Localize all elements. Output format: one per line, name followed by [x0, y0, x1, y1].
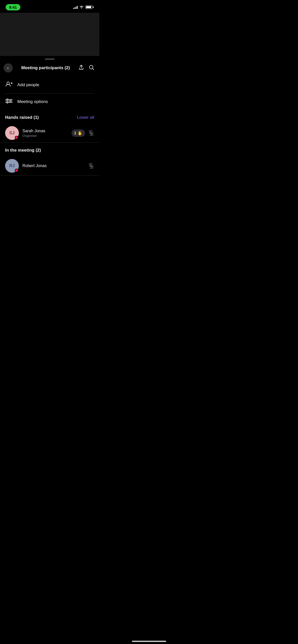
raise-hand-badge[interactable]: 1 ✋ [72, 129, 85, 137]
page-title: Meeting participants (2) [13, 65, 78, 70]
participant-info-robert-jonas: Robert Jonas [22, 164, 88, 168]
video-area [0, 13, 99, 56]
hands-raised-title: Hands raised (1) [5, 115, 39, 120]
signal-bars-icon [73, 5, 78, 9]
participant-actions-sarah-jonas: 1 ✋ [72, 129, 94, 137]
back-button[interactable]: ‹ [4, 63, 13, 72]
online-dot-rj [15, 169, 18, 172]
mute-icon-robert-jonas[interactable] [88, 163, 94, 169]
menu-section: Add people Meeting options [0, 77, 99, 110]
meeting-options-label: Meeting options [17, 99, 48, 104]
participant-info-sarah-jonas: Sarah Jonas Organiser [22, 129, 72, 138]
handle-bar [45, 58, 55, 60]
share-button[interactable] [78, 65, 84, 71]
back-chevron-icon: ‹ [7, 65, 9, 71]
hand-count: 1 [74, 131, 76, 135]
avatar-sarah-jonas: SJ [5, 126, 19, 140]
add-people-item[interactable]: Add people [5, 77, 94, 94]
svg-point-8 [7, 99, 8, 100]
in-meeting-title: In the meeting (2) [5, 148, 41, 153]
in-meeting-section-header: In the meeting (2) [0, 143, 99, 156]
participant-row-robert-jonas[interactable]: RJ Robert Jonas [0, 156, 99, 175]
svg-point-9 [10, 100, 11, 102]
mute-icon-sarah-jonas[interactable] [88, 130, 94, 136]
meeting-options-icon [5, 98, 13, 105]
status-time: 9:41 [6, 4, 20, 10]
avatar-robert-jonas: RJ [5, 159, 19, 173]
lower-all-button[interactable]: Lower all [77, 115, 94, 120]
svg-line-1 [93, 68, 94, 70]
header: ‹ Meeting participants (2) [0, 61, 99, 77]
participant-row-sarah-jonas[interactable]: SJ Sarah Jonas Organiser 1 ✋ [0, 124, 99, 143]
raised-hand-icon: ✋ [77, 131, 83, 136]
hands-raised-section-header: Hands raised (1) Lower all [0, 110, 99, 124]
add-people-icon [5, 81, 13, 89]
participant-name-robert-jonas: Robert Jonas [22, 164, 88, 168]
avatar-initials-rj: RJ [9, 163, 15, 168]
add-people-label: Add people [17, 82, 39, 87]
online-dot-sj [15, 136, 18, 139]
participant-role-sarah-jonas: Organiser [22, 134, 72, 138]
status-icons [73, 5, 94, 9]
avatar-initials-sj: SJ [9, 130, 15, 136]
battery-icon [85, 5, 94, 9]
participant-name-sarah-jonas: Sarah Jonas [22, 129, 72, 133]
participant-actions-robert-jonas [88, 163, 94, 169]
svg-point-10 [7, 102, 8, 103]
svg-point-2 [7, 82, 9, 84]
meeting-options-item[interactable]: Meeting options [5, 94, 94, 110]
sheet-handle [0, 56, 99, 61]
search-button[interactable] [89, 65, 94, 71]
status-bar: 9:41 [0, 0, 99, 13]
header-actions [78, 65, 94, 71]
wifi-icon [79, 5, 84, 9]
